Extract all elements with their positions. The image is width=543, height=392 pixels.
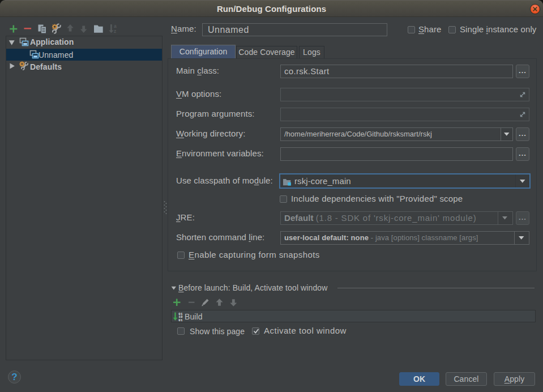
svg-text:01: 01 <box>178 318 183 322</box>
svg-text:z: z <box>114 28 116 34</box>
